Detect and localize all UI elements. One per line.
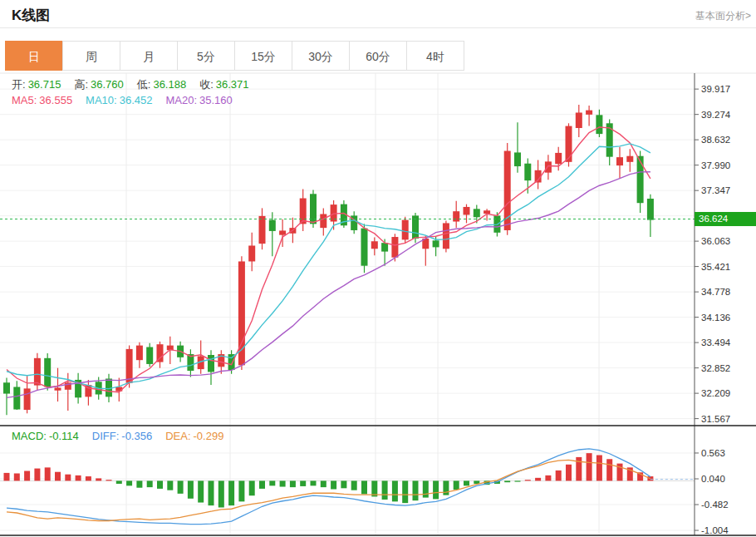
macd-bar	[14, 473, 20, 480]
candle-body	[647, 199, 654, 220]
price-tick-label: 32.852	[701, 363, 730, 373]
diff-line	[7, 449, 650, 525]
macd-bar	[525, 480, 531, 480]
macd-bar	[443, 480, 449, 495]
macd-tick-label: 0.563	[701, 448, 725, 458]
ma20-line	[7, 172, 650, 398]
candle-body	[136, 346, 143, 361]
macd-bar	[566, 465, 572, 481]
macd-bar	[392, 480, 398, 501]
candle-body	[259, 216, 266, 244]
price-tick-label: 34.136	[701, 313, 730, 323]
candle-body	[545, 161, 552, 172]
macd-bar	[198, 480, 204, 502]
macd-bar	[587, 453, 592, 480]
macd-bar	[321, 480, 326, 487]
candle-body	[126, 349, 133, 383]
macd-bar	[596, 456, 602, 481]
price-tick-label: 33.494	[701, 337, 731, 347]
macd-bar	[300, 480, 306, 486]
macd-bar	[4, 473, 10, 481]
candle-body	[576, 112, 582, 128]
macd-bar	[157, 480, 163, 489]
candle-body	[637, 156, 644, 204]
ma10-value: MA10:36.452	[86, 94, 152, 106]
macd-bar	[147, 480, 153, 487]
candle-body	[3, 382, 10, 393]
ohlc-row: 开:36.715 高:36.760 低:36.188 收:36.371	[12, 77, 249, 92]
price-tick-label: 39.917	[701, 84, 730, 94]
candle-body	[55, 387, 61, 390]
candle-body	[616, 157, 623, 165]
macd-bar	[423, 480, 429, 497]
candle-body	[157, 344, 164, 362]
candle-body	[514, 152, 521, 166]
candle-body	[208, 355, 214, 372]
price-tick-label: 38.632	[701, 135, 730, 145]
macd-bar	[413, 480, 419, 500]
macd-bar	[116, 480, 122, 484]
low-value: 低:36.188	[137, 77, 186, 92]
open-value: 开:36.715	[12, 77, 61, 92]
macd-bar	[433, 480, 439, 499]
macd-bar	[545, 475, 551, 481]
candle-body	[484, 210, 490, 214]
candle-body	[371, 241, 378, 249]
macd-bar	[331, 480, 336, 489]
candle-body	[44, 358, 51, 387]
kline-page: K线图 基本面分析> 日周月5分15分30分60分4时 39.91739.274…	[0, 0, 756, 537]
candle-body	[524, 164, 531, 180]
macd-bar	[361, 480, 367, 494]
macd-bar	[34, 469, 40, 481]
price-tick-label: 36.063	[701, 236, 730, 246]
macd-bar	[218, 480, 224, 507]
macd-bar	[606, 459, 612, 480]
macd-bar	[178, 480, 184, 493]
macd-bar	[249, 480, 255, 495]
macd-bar	[464, 480, 469, 485]
candle-body	[279, 230, 286, 234]
macd-bar	[45, 467, 51, 480]
candle-body	[596, 115, 602, 134]
candle-body	[433, 240, 439, 247]
macd-bar	[576, 457, 582, 481]
dea-value: DEA:-0.299	[165, 430, 223, 442]
candle-body	[269, 220, 276, 231]
macd-bar	[106, 480, 112, 480]
diff-value: DIFF:-0.356	[92, 430, 152, 442]
macd-bar	[65, 475, 71, 481]
current-price-text: 36.624	[699, 214, 729, 224]
macd-bar	[351, 480, 357, 490]
dea-line	[7, 460, 650, 520]
ma20-value: MA20:35.160	[165, 94, 232, 106]
macd-bar	[209, 480, 214, 505]
candle-body	[361, 229, 368, 266]
macd-bar	[238, 480, 244, 501]
macd-bar	[24, 471, 30, 481]
macd-bar	[188, 480, 194, 498]
price-tick-label: 34.778	[701, 287, 730, 297]
macd-tick-label: 0.040	[701, 474, 725, 484]
ma5-value: MA5:36.555	[12, 94, 72, 106]
close-value: 收:36.371	[199, 77, 248, 92]
price-tick-label: 37.990	[701, 160, 730, 170]
candle-body	[391, 237, 398, 258]
macd-bar	[76, 475, 81, 481]
macd-bar	[126, 480, 132, 485]
candle-body	[300, 199, 307, 224]
price-tick-label: 35.421	[701, 262, 730, 272]
macd-bar	[515, 480, 521, 481]
ma-row: MA5:36.555 MA10:36.452 MA20:35.160	[12, 94, 233, 106]
candle-body	[146, 347, 153, 364]
macd-tick-label: -0.482	[701, 500, 729, 510]
candle-body	[586, 111, 592, 115]
candle-body	[13, 387, 20, 409]
macd-bar	[269, 480, 275, 485]
macd-bar	[55, 472, 61, 481]
macd-bar	[504, 480, 510, 482]
macd-bar	[311, 480, 317, 485]
candle-body	[474, 209, 480, 217]
candle-body	[24, 388, 31, 410]
macd-bar	[341, 480, 346, 488]
macd-bar	[535, 478, 541, 481]
